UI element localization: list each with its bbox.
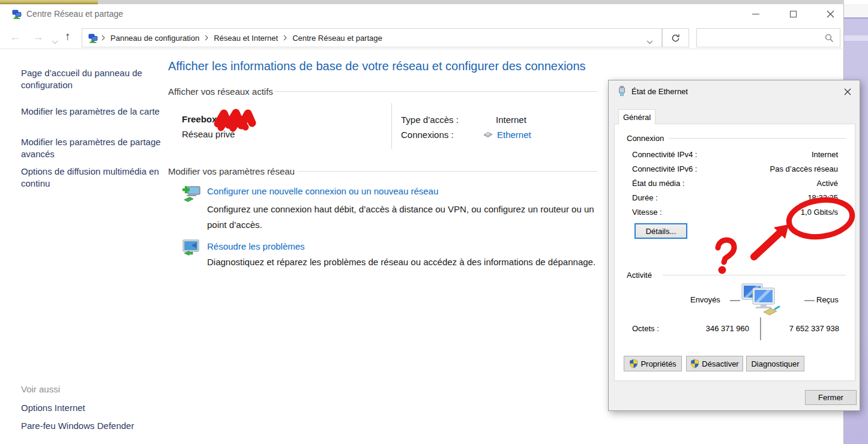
media-state-label: État du média : [632,179,684,188]
window-title: Centre Réseau et partage [26,9,123,19]
active-networks-header: Afficher vos réseaux actifs [168,86,273,97]
breadcrumb-dropdown-chevron-icon[interactable] [646,36,653,47]
media-state-value: Activé [817,179,838,188]
speed-value: 1,0 Gbits/s [801,208,838,217]
network-settings-header: Modifier vos paramètres réseau [168,166,295,176]
breadcrumb[interactable]: Panneau de configuration Réseau et Inter… [82,28,662,47]
ethernet-status-dialog: État de Ethernet Général Connexion Conne… [608,80,860,411]
properties-button[interactable]: Propriétés [624,356,682,371]
received-label: Reçus [816,295,839,304]
disable-button-label: Désactiver [702,359,738,368]
close-button[interactable] [816,5,844,23]
background-light-band [844,35,868,41]
background-window-gray-strip [98,0,844,4]
close-icon [827,10,834,18]
bytes-received-value: 7 652 337 938 [779,324,839,333]
setup-new-connection-link[interactable]: Configurer une nouvelle connexion ou un … [207,186,438,196]
breadcrumb-chevron-icon [283,35,287,41]
dialog-close-icon [844,88,851,95]
breadcrumb-chevron-icon [101,35,105,41]
connections-label: Connexions : [401,130,454,140]
connection-group-label: Connexion [627,134,664,143]
ipv4-value: Internet [812,150,838,159]
diagnose-button-label: Diagnostiquer [751,359,799,368]
activity-group-line [663,275,846,275]
setup-new-connection-desc: Configurez une connexion haut débit, d’a… [207,202,597,233]
breadcrumb-location-icon [88,34,98,46]
refresh-icon [671,34,680,43]
toolbar-separator [0,49,844,49]
minimize-button[interactable] [742,5,770,23]
breadcrumb-item-network-sharing-center[interactable]: Centre Réseau et partage [292,34,382,43]
dialog-general-panel: Connexion Connectivité IPv4 : Internet C… [614,124,855,381]
network-name: Freebox- [182,114,220,124]
diagnose-button[interactable]: Diagnostiquer [746,356,804,371]
details-button[interactable]: Détails... [634,223,687,239]
bytes-label: Octets : [632,324,659,333]
up-button[interactable]: ↑ [65,31,71,42]
back-button[interactable]: ← [10,31,21,43]
received-dash [804,300,815,301]
access-type-value: Internet [496,115,526,125]
connection-group-line [669,138,846,139]
sidebar-item-change-adapter-settings[interactable]: Modifier les paramètres de la carte [21,106,163,118]
search-icon[interactable] [825,34,834,45]
search-input[interactable] [701,30,821,46]
maximize-icon [790,11,797,17]
background-window-gold-strip [0,0,98,4]
active-networks-divider [275,91,598,92]
dialog-title: État de Ethernet [631,87,688,96]
sent-label: Envoyés [690,295,720,304]
breadcrumb-item-control-panel[interactable]: Panneau de configuration [110,34,199,43]
sidebar-item-windows-defender-firewall[interactable]: Pare-feu Windows Defender [21,420,163,432]
annotation-scribble-redaction [221,118,246,128]
new-connection-icon [181,184,201,206]
duration-value: 18:33:25 [807,193,838,202]
ipv6-value: Pas d’accès réseau [770,164,838,173]
breadcrumb-chevron-icon [205,35,208,41]
maximize-button[interactable] [779,5,807,23]
tab-general[interactable]: Général [618,109,656,124]
sidebar-item-internet-options[interactable]: Options Internet [21,402,163,414]
app-icon [12,10,22,19]
active-network-divider-vertical [391,103,392,149]
search-box[interactable] [696,28,840,47]
troubleshoot-icon [182,239,200,259]
breadcrumb-item-network-internet[interactable]: Réseau et Internet [214,34,278,43]
ipv6-label: Connectivité IPv6 : [632,164,697,173]
duration-label: Durée : [632,193,658,202]
refresh-button[interactable] [662,28,689,47]
forward-button[interactable]: → [32,31,44,43]
uac-shield-icon [690,359,699,368]
background-white-band [844,4,868,17]
troubleshoot-link[interactable]: Résoudre les problèmes [207,241,305,251]
page-title: Afficher les informations de base de vot… [168,59,586,73]
dialog-close-button[interactable] [840,85,855,98]
ethernet-icon [483,130,493,141]
disable-button[interactable]: Désactiver [686,356,743,371]
speed-label: Vitesse : [632,208,662,217]
bytes-divider [760,317,761,340]
annotation-scribble-redaction [218,113,252,125]
minimize-icon [752,14,759,14]
ethernet-plug-icon [618,85,626,99]
sidebar-item-control-panel-home[interactable]: Page d’accueil du panneau de configurati… [21,67,163,91]
nav-history-chevron-icon[interactable] [52,36,58,47]
uac-shield-icon [629,359,638,368]
troubleshoot-desc: Diagnostiquez et réparez les problèmes d… [207,257,615,267]
bytes-sent-value: 346 371 960 [687,324,749,333]
background-purple-line [844,17,868,19]
properties-button-label: Propriétés [640,359,676,368]
network-privacy-label: Réseau privé [182,129,235,139]
network-settings-divider [298,171,598,172]
fermer-button[interactable]: Fermer [805,390,857,405]
access-type-label: Type d’accès : [401,115,459,125]
activity-computers-icon [737,283,782,321]
sidebar-item-media-streaming-options[interactable]: Options de diffusion multimédia en conti… [21,166,163,190]
sidebar-see-also-header: Voir aussi [21,384,60,394]
ethernet-link[interactable]: Ethernet [497,130,531,140]
activity-group-label: Activité [627,271,652,280]
sidebar-item-advanced-sharing-settings[interactable]: Modifier les paramètres de partage avanc… [21,136,163,160]
ipv4-label: Connectivité IPv4 : [632,150,697,159]
